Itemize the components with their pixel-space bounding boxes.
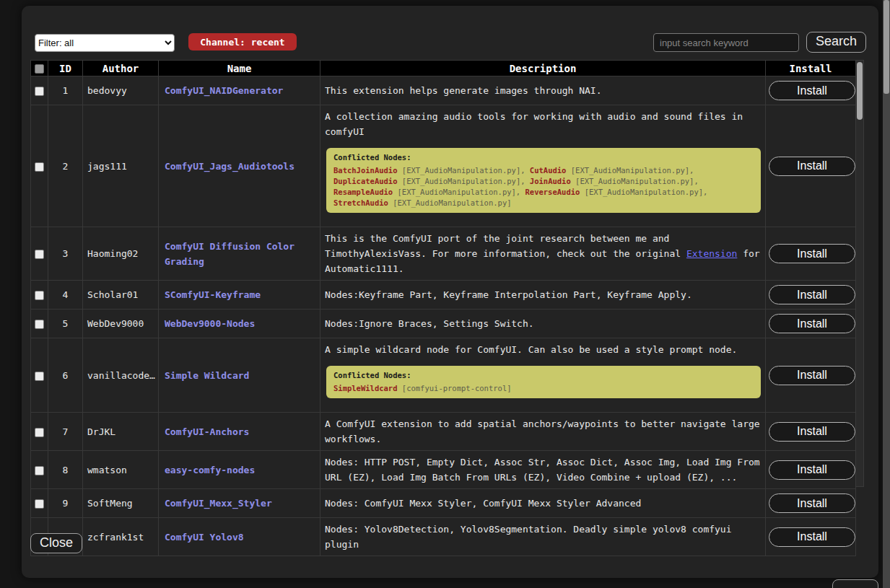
node-name-link[interactable]: ComfyUI_Jags_Audiotools bbox=[165, 161, 295, 172]
conflict-node-name: BatchJoinAudio bbox=[333, 166, 398, 175]
row-author: wmatson bbox=[83, 451, 159, 489]
table-row: 7DrJKLComfyUI-AnchorsA ComfyUI extension… bbox=[31, 413, 856, 451]
install-button[interactable]: Install bbox=[769, 285, 855, 304]
install-button[interactable]: Install bbox=[769, 366, 855, 385]
row-description: A collection amazing audio tools for wor… bbox=[320, 105, 766, 227]
conflict-node-source: [EXT_AudioManipulation.py], bbox=[398, 177, 530, 185]
table-row: 8wmatsoneasy-comfy-nodesNodes: HTTP POST… bbox=[31, 451, 856, 489]
node-name-link[interactable]: ComfyUI Diffusion Color Grading bbox=[165, 241, 295, 267]
install-button[interactable]: Install bbox=[769, 527, 855, 547]
column-header-checkbox bbox=[31, 61, 48, 76]
conflict-node-source: [EXT_AudioManipulation.py], bbox=[571, 177, 699, 185]
table-row: 9SoftMengComfyUI_Mexx_StylerNodes: Comfy… bbox=[31, 489, 856, 518]
row-description: A simple wildcard node for ComfyUI. Can … bbox=[320, 338, 766, 413]
row-install-cell: Install bbox=[766, 105, 856, 227]
row-author: vanillacode… bbox=[83, 338, 159, 413]
row-checkbox-cell bbox=[31, 489, 48, 518]
conflict-items: BatchJoinAudio [EXT_AudioManipulation.py… bbox=[333, 165, 754, 209]
row-description: A ComfyUI extension to add spatial ancho… bbox=[320, 413, 766, 451]
row-checkbox-cell bbox=[31, 451, 48, 489]
node-name-link[interactable]: ComfyUI_NAIDGenerator bbox=[165, 85, 283, 96]
row-checkbox[interactable] bbox=[35, 291, 44, 300]
search-input[interactable] bbox=[653, 33, 799, 52]
install-button[interactable]: Install bbox=[769, 493, 855, 513]
column-header-description: Description bbox=[320, 61, 766, 76]
row-checkbox[interactable] bbox=[35, 466, 44, 475]
browser-scrollbar-thumb[interactable] bbox=[884, 0, 889, 94]
browser-scrollbar[interactable] bbox=[883, 0, 890, 588]
row-checkbox[interactable] bbox=[35, 499, 44, 509]
close-button[interactable]: Close bbox=[30, 533, 82, 553]
row-id: 1 bbox=[48, 76, 83, 105]
row-checkbox[interactable] bbox=[35, 428, 44, 437]
node-name-link[interactable]: ComfyUI Yolov8 bbox=[165, 532, 244, 543]
row-name-cell: ComfyUI_Jags_Audiotools bbox=[159, 105, 320, 227]
node-name-link[interactable]: SComfyUI-Keyframe bbox=[165, 289, 261, 300]
row-id: 3 bbox=[48, 227, 83, 281]
node-name-link[interactable]: ComfyUI_Mexx_Styler bbox=[165, 498, 272, 509]
table-scrollbar[interactable] bbox=[855, 60, 864, 487]
column-header-name: Name bbox=[159, 61, 320, 76]
install-button[interactable]: Install bbox=[769, 422, 855, 442]
row-author: jags111 bbox=[83, 105, 159, 227]
install-button[interactable]: Install bbox=[769, 314, 855, 333]
row-checkbox-cell bbox=[31, 76, 48, 105]
install-button[interactable]: Install bbox=[769, 460, 855, 480]
row-checkbox-cell bbox=[31, 310, 48, 338]
conflict-node-name: StretchAudio bbox=[333, 198, 388, 207]
conflict-node-source: [EXT_AudioManipulation.py] bbox=[388, 198, 512, 207]
row-id: 8 bbox=[48, 451, 83, 489]
column-header-id: ID bbox=[48, 61, 83, 76]
conflict-title: Conflicted Nodes: bbox=[333, 152, 754, 163]
description-text: Nodes: ComfyUI Mexx Styler, ComfyUI Mexx… bbox=[325, 496, 764, 511]
select-all-checkbox[interactable] bbox=[35, 64, 44, 74]
table-row: 5WebDev9000WebDev9000-NodesNodes:Ignore … bbox=[31, 310, 856, 338]
description-link[interactable]: Extension bbox=[686, 248, 737, 259]
table-row: 10zcfrank1stComfyUI Yolov8Nodes: Yolov8D… bbox=[31, 518, 856, 556]
filter-select[interactable]: Filter: all bbox=[35, 34, 175, 52]
row-name-cell: WebDev9000-Nodes bbox=[159, 310, 320, 338]
row-install-cell: Install bbox=[766, 227, 856, 281]
row-author: bedovyy bbox=[83, 76, 159, 105]
row-id: 2 bbox=[48, 105, 83, 227]
conflict-warning: Conflicted Nodes:SimpleWildcard [comfyui… bbox=[326, 366, 761, 398]
row-id: 4 bbox=[48, 281, 83, 310]
row-id: 7 bbox=[48, 413, 83, 451]
row-checkbox[interactable] bbox=[35, 87, 44, 96]
table-row: 2jags111ComfyUI_Jags_AudiotoolsA collect… bbox=[31, 105, 856, 227]
node-name-link[interactable]: WebDev9000-Nodes bbox=[165, 318, 255, 329]
background-partial-button bbox=[832, 579, 878, 588]
row-install-cell: Install bbox=[766, 413, 856, 451]
row-checkbox-cell bbox=[31, 338, 48, 413]
node-name-link[interactable]: ComfyUI-Anchors bbox=[165, 426, 249, 437]
conflict-node-source: [comfyui-prompt-control] bbox=[398, 384, 512, 392]
conflict-node-name: DuplicateAudio bbox=[333, 177, 398, 185]
table-row: 4Scholar01SComfyUI-KeyframeNodes:Keyfram… bbox=[31, 281, 856, 310]
row-checkbox[interactable] bbox=[35, 320, 44, 329]
row-checkbox[interactable] bbox=[35, 162, 44, 172]
description-text: Nodes:Keyframe Part, Keyframe Interpolat… bbox=[325, 287, 764, 302]
node-name-link[interactable]: easy-comfy-nodes bbox=[165, 465, 255, 475]
description-text: Nodes:Ignore Braces, Settings Switch. bbox=[325, 316, 764, 331]
row-id: 6 bbox=[48, 338, 83, 413]
row-install-cell: Install bbox=[766, 76, 856, 105]
custom-nodes-table: ID Author Name Description Install 1bedo… bbox=[30, 60, 856, 556]
row-name-cell: Simple Wildcard bbox=[159, 338, 320, 413]
row-install-cell: Install bbox=[766, 338, 856, 413]
row-name-cell: SComfyUI-Keyframe bbox=[159, 281, 320, 310]
row-description: Nodes: ComfyUI Mexx Styler, ComfyUI Mexx… bbox=[320, 489, 766, 518]
install-button[interactable]: Install bbox=[769, 81, 855, 100]
nodes-table-body: 1bedovyyComfyUI_NAIDGeneratorThis extens… bbox=[31, 76, 856, 556]
search-button[interactable]: Search bbox=[806, 32, 866, 53]
row-description: This is the ComfyUI port of the joint re… bbox=[320, 227, 766, 281]
row-checkbox[interactable] bbox=[35, 250, 44, 259]
node-name-link[interactable]: Simple Wildcard bbox=[165, 370, 249, 381]
conflict-node-name: JoinAudio bbox=[530, 177, 571, 185]
row-id: 9 bbox=[48, 489, 83, 518]
description-text: Nodes: HTTP POST, Empty Dict, Assoc Str,… bbox=[325, 455, 764, 485]
table-scrollbar-thumb[interactable] bbox=[857, 62, 863, 120]
install-button[interactable]: Install bbox=[769, 157, 855, 176]
install-button[interactable]: Install bbox=[769, 244, 855, 263]
channel-badge: Channel: recent bbox=[188, 33, 297, 51]
row-checkbox[interactable] bbox=[35, 372, 44, 381]
